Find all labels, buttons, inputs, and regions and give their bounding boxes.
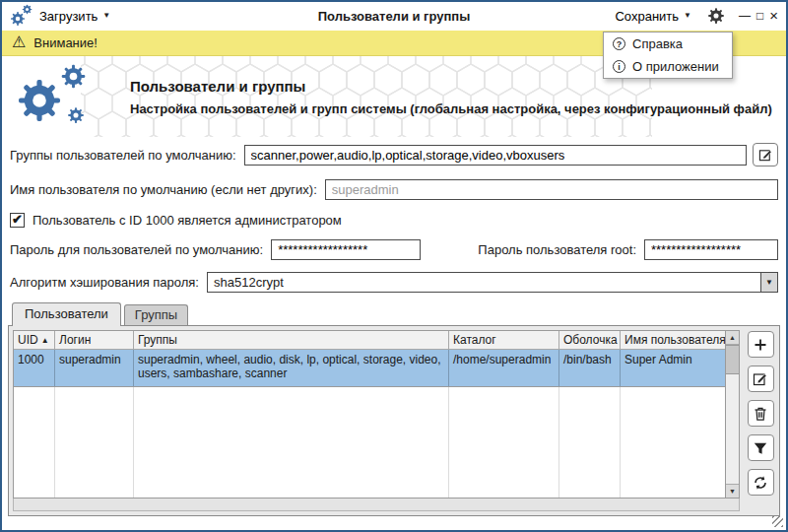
- filter-icon: [753, 440, 768, 456]
- tab-bar: Пользователи Группы: [12, 301, 786, 325]
- filter-button[interactable]: [748, 434, 774, 461]
- chevron-down-icon: ▼: [102, 12, 110, 20]
- window-controls: — □ ×: [739, 9, 778, 23]
- delete-user-button[interactable]: [748, 400, 774, 427]
- default-password-input[interactable]: [271, 239, 421, 260]
- status-bar: [2, 516, 786, 530]
- scroll-down-icon: ▼: [729, 488, 736, 495]
- admin-checkbox-label: Пользователь с ID 1000 является админист…: [33, 213, 342, 228]
- scroll-up-icon: ▲: [729, 334, 736, 341]
- plus-icon: [753, 337, 768, 353]
- admin-checkbox[interactable]: ✔: [10, 213, 25, 228]
- load-button[interactable]: Загрузить ▼: [33, 7, 116, 26]
- settings-gear-button[interactable]: [707, 7, 725, 25]
- root-password-label: Пароль пользователя root:: [478, 242, 636, 257]
- app-window: Загрузить ▼ Пользователи и группы Сохран…: [0, 0, 788, 532]
- table-body: 1000 superadmin superadmin, wheel, audio…: [14, 350, 725, 498]
- tab-groups[interactable]: Группы: [124, 304, 188, 325]
- column-header-uid[interactable]: UID ▲: [14, 331, 55, 350]
- chevron-down-icon: ▼: [684, 12, 691, 20]
- app-gears-icon: [10, 4, 33, 28]
- pencil-square-icon: [758, 148, 773, 163]
- column-header-login[interactable]: Логин: [55, 331, 134, 350]
- scrollbar-thumb[interactable]: [726, 345, 739, 374]
- table-header: UID ▲ Логин Группы Каталог Оболочка Имя …: [14, 331, 725, 350]
- hash-algorithm-label: Алгоритм хэширования пароля:: [10, 275, 199, 290]
- cell-shell: /bin/bash: [559, 350, 621, 386]
- menu-item-help[interactable]: ? Справка: [604, 33, 732, 55]
- resize-grip[interactable]: [772, 516, 783, 527]
- column-header-name[interactable]: Имя пользователя: [621, 331, 725, 350]
- edit-user-button[interactable]: [748, 366, 774, 392]
- chevron-down-icon: ▼: [765, 278, 773, 287]
- menu-item-about-label: О приложении: [632, 59, 719, 74]
- save-button-label: Сохранить: [615, 9, 679, 24]
- titlebar: Загрузить ▼ Пользователи и группы Сохран…: [2, 2, 786, 31]
- column-header-home[interactable]: Каталог: [449, 331, 559, 350]
- sort-asc-icon: ▲: [41, 336, 49, 345]
- minimize-button[interactable]: —: [739, 9, 751, 23]
- column-header-groups[interactable]: Группы: [134, 331, 449, 350]
- info-icon: i: [613, 60, 625, 73]
- default-username-input[interactable]: [325, 179, 778, 200]
- scroll-up-button[interactable]: ▲: [726, 331, 739, 345]
- load-button-label: Загрузить: [39, 9, 98, 24]
- maximize-button[interactable]: □: [756, 9, 763, 23]
- settings-form: Группы пользователей по умолчанию: Имя п…: [2, 137, 786, 293]
- cell-groups: superadmin, wheel, audio, disk, lp, opti…: [134, 350, 449, 386]
- menu-item-help-label: Справка: [632, 36, 683, 51]
- horizontal-scrollbar[interactable]: [13, 499, 740, 511]
- vertical-scrollbar[interactable]: ▲ ▼: [726, 330, 740, 499]
- help-icon: ?: [613, 37, 625, 50]
- default-groups-label: Группы пользователей по умолчанию:: [10, 148, 236, 163]
- warning-icon: ⚠: [12, 34, 26, 50]
- hash-algorithm-value: sha512crypt: [208, 275, 760, 290]
- default-groups-input[interactable]: [244, 145, 747, 166]
- table-toolbar: [742, 326, 779, 515]
- check-icon: ✔: [12, 213, 23, 226]
- hash-algorithm-select[interactable]: sha512crypt ▼: [207, 272, 778, 293]
- edit-groups-button[interactable]: [753, 143, 778, 166]
- column-header-shell[interactable]: Оболочка: [559, 331, 621, 350]
- scrollbar-track[interactable]: [726, 374, 739, 484]
- default-password-label: Пароль для пользователей по умолчанию:: [10, 242, 263, 257]
- menu-item-about[interactable]: i О приложении: [604, 55, 732, 78]
- refresh-button[interactable]: [748, 469, 774, 496]
- root-password-input[interactable]: [644, 239, 778, 260]
- tab-users[interactable]: Пользователи: [12, 302, 121, 326]
- page-title: Пользователи и группы: [130, 78, 772, 95]
- refresh-icon: [753, 475, 768, 491]
- cell-uid: 1000: [14, 350, 55, 386]
- add-user-button[interactable]: [748, 331, 774, 358]
- cell-home: /home/superadmin: [449, 350, 559, 386]
- default-username-label: Имя пользователя по умолчанию (если нет …: [10, 182, 317, 197]
- page-subtitle: Настройка пользователей и групп системы …: [130, 101, 772, 116]
- cell-login: superadmin: [55, 350, 134, 386]
- combo-dropdown-button[interactable]: ▼: [760, 273, 777, 292]
- warning-text: Внимание!: [33, 35, 98, 50]
- close-button[interactable]: ×: [769, 9, 778, 23]
- save-button[interactable]: Сохранить ▼: [609, 7, 697, 26]
- trash-icon: [753, 406, 768, 422]
- users-table: UID ▲ Логин Группы Каталог Оболочка Имя …: [13, 330, 726, 499]
- users-panel: UID ▲ Логин Группы Каталог Оболочка Имя …: [8, 325, 780, 516]
- edit-icon: [753, 371, 768, 387]
- gear-menu: ? Справка i О приложении: [603, 32, 733, 79]
- cell-fullname: Super Admin: [621, 350, 725, 386]
- scroll-down-button[interactable]: ▼: [726, 484, 739, 498]
- header-gears-icon: [16, 61, 95, 132]
- table-row[interactable]: 1000 superadmin superadmin, wheel, audio…: [14, 350, 725, 387]
